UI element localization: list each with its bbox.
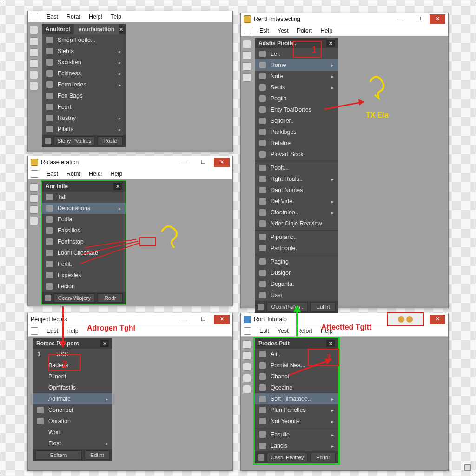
maximize-button[interactable]: ☐ <box>411 14 427 24</box>
menu-item[interactable]: Badees <box>33 360 112 371</box>
foot-right-button[interactable]: Eul lrt <box>311 302 336 311</box>
menu-item[interactable]: Deganta. <box>255 278 338 290</box>
menu-item[interactable]: Paging <box>255 256 338 267</box>
panel-head[interactable]: Adstis Piroite. ✕ <box>255 38 338 48</box>
menu-telp[interactable]: Telp <box>111 13 121 20</box>
menu-item[interactable]: Lancls▸ <box>255 440 338 451</box>
close-button[interactable]: ✕ <box>214 158 230 167</box>
menu-item[interactable]: Plun Fanelles▸ <box>255 404 338 416</box>
menu-help[interactable]: Help <box>66 328 79 334</box>
menu-item[interactable]: Poglia <box>255 93 338 104</box>
tool-icon[interactable] <box>243 40 251 48</box>
panel-tab-2[interactable]: enurfairattion <box>74 24 119 34</box>
menu-item[interactable]: Rome▸ <box>255 60 338 71</box>
close-button[interactable]: ✕ <box>430 14 445 24</box>
tool-icon[interactable] <box>243 340 251 349</box>
menu-item[interactable]: Rostny▸ <box>42 112 126 124</box>
tool-icon[interactable] <box>30 26 38 34</box>
menu-item[interactable]: Plovart Sook <box>255 149 338 160</box>
maximize-button[interactable]: ☐ <box>195 315 211 324</box>
tool-icon[interactable] <box>243 73 251 82</box>
menu-item[interactable]: Sxxishen▸ <box>42 57 126 68</box>
foot-right-button[interactable]: Ed lnr <box>311 453 336 462</box>
close-button[interactable]: ✕ <box>214 315 230 324</box>
menu-item[interactable]: Fonfnstop <box>42 236 126 247</box>
tool-icon[interactable] <box>30 183 38 192</box>
menu-relort[interactable]: Relort <box>297 328 312 334</box>
menu-item[interactable]: Tall <box>42 192 126 203</box>
menu-item[interactable]: Flost▸ <box>33 438 112 449</box>
tool-icon[interactable] <box>30 37 38 46</box>
menu-item[interactable]: Wort <box>33 427 112 438</box>
tool-icon[interactable] <box>243 51 251 60</box>
menu-helk[interactable]: Helk! <box>89 171 102 177</box>
menu-item[interactable]: Rght Roals..▸ <box>255 173 338 185</box>
close-icon[interactable]: ✕ <box>100 340 109 347</box>
menu-rotat[interactable]: Rotat <box>66 13 80 20</box>
panel-head[interactable]: Anr Inile ✕ <box>42 181 126 192</box>
menu-item[interactable]: Smop Footlo... <box>42 34 126 46</box>
tool-icon[interactable] <box>30 205 38 214</box>
menu-item[interactable]: Pomial Nea... <box>255 360 338 371</box>
panel-head[interactable]: Rotees Pirspors ✕ <box>33 338 112 349</box>
menu-item[interactable]: Expesles <box>42 270 126 281</box>
menu-item[interactable]: Seuls▸ <box>255 82 338 93</box>
menu-eslt[interactable]: Eslt <box>259 328 269 334</box>
minimize-button[interactable]: — <box>177 315 192 324</box>
tool-icon[interactable] <box>30 71 38 79</box>
foot-left-button[interactable]: Editern <box>35 450 82 460</box>
minimize-button[interactable]: — <box>177 158 192 167</box>
menu-item[interactable]: Le.. <box>255 48 338 60</box>
vtoolbar-1[interactable] <box>30 24 40 90</box>
menu-item[interactable]: Loorli Clloonate <box>42 247 126 258</box>
menu-item[interactable]: Dant Nomes <box>255 185 338 196</box>
menu-item[interactable]: Retalne <box>255 138 338 149</box>
close-button[interactable]: ✕ <box>430 315 445 324</box>
panel-tab[interactable]: Prodes Pult <box>258 340 290 347</box>
menu-item[interactable]: Ooration <box>33 416 112 427</box>
menu-item[interactable]: Soft Tilmatode..▸ <box>255 393 338 404</box>
menubar-1[interactable]: East Rotat Help! Telp <box>28 11 232 22</box>
menu-item[interactable]: Fodla <box>42 214 126 225</box>
tool-icon[interactable] <box>243 374 251 382</box>
foot-right-button[interactable]: Rosle <box>98 136 123 145</box>
panel-tab[interactable]: Rotees Pirspors <box>36 340 79 347</box>
menu-item[interactable]: Easulle▸ <box>255 429 338 440</box>
menu-item[interactable]: Foort <box>42 101 126 112</box>
menu-help1[interactable]: Help! <box>89 13 102 20</box>
menu-item[interactable]: Poplt... <box>255 162 338 173</box>
close-icon[interactable]: ✕ <box>326 40 335 47</box>
menu-item[interactable]: Fassilies. <box>42 225 126 236</box>
vtoolbar-5[interactable] <box>243 338 253 393</box>
panel-tab-1[interactable]: Anultorcl <box>46 26 70 33</box>
menu-help[interactable]: Help <box>320 27 332 34</box>
menu-item[interactable]: Pllatts▸ <box>42 124 126 135</box>
menu-item[interactable]: Duslgor <box>255 267 338 278</box>
menubar-4[interactable]: Eslt Yest Polort Help <box>241 25 448 36</box>
menu-help[interactable]: Help <box>110 171 122 177</box>
tool-icon[interactable] <box>30 217 38 225</box>
titlebar-2[interactable]: Rotase eration — ☐ ✕ <box>28 156 232 168</box>
vtoolbar-2[interactable] <box>30 181 40 225</box>
menu-item[interactable]: Piporanc.. <box>255 231 338 243</box>
foot-left-button[interactable]: Oeon/Pisfes.. <box>267 302 308 311</box>
tool-icon[interactable] <box>243 363 251 371</box>
panel-tab[interactable]: Adstis Piroite. <box>258 40 296 46</box>
menu-item[interactable]: Conerloct <box>33 404 112 416</box>
menubar-2[interactable]: East Rotnt Helk! Help <box>28 168 232 179</box>
tool-icon[interactable] <box>243 385 251 393</box>
menu-item[interactable]: Pllnerit <box>33 371 112 382</box>
menu-item[interactable]: Qoeaine <box>255 382 338 393</box>
close-icon[interactable]: ✕ <box>113 183 122 190</box>
tool-icon[interactable] <box>30 60 38 68</box>
titlebar-3[interactable]: Periject fectus — ☐ ✕ <box>28 313 232 325</box>
panel-head[interactable]: Prodes Pult ✕ <box>255 338 338 349</box>
menu-east[interactable]: East <box>46 328 58 334</box>
minimize-button[interactable]: — <box>392 14 408 24</box>
maximize-button[interactable]: ☐ <box>411 315 427 324</box>
menu-item[interactable]: Denoñations▸ <box>42 203 126 214</box>
menu-item[interactable]: Chanol <box>255 371 338 382</box>
menu-item[interactable]: Slehts▸ <box>42 46 126 57</box>
close-icon[interactable]: ✕ <box>119 26 123 33</box>
menu-item[interactable]: Clootnloo..▸ <box>255 207 338 218</box>
